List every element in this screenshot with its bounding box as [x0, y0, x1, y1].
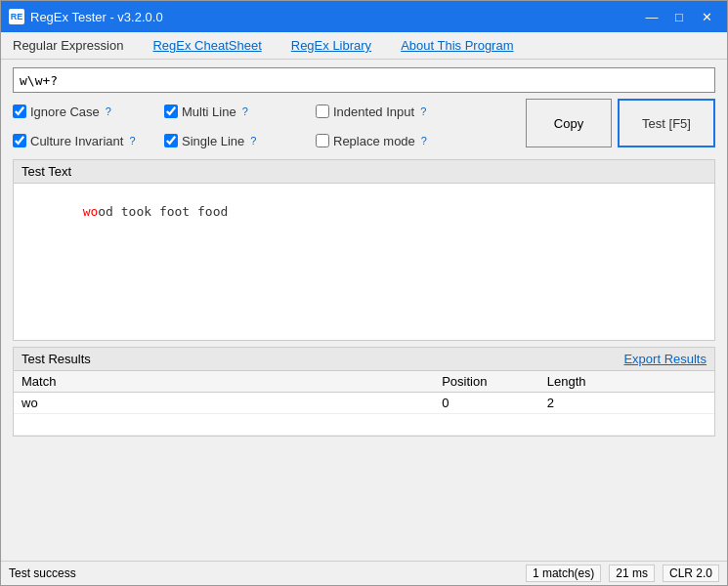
ignore-case-checkbox[interactable] [13, 105, 26, 118]
main-window: RE RegEx Tester - v3.2.0.0 — □ ✕ Regular… [0, 0, 728, 586]
result-extra [644, 393, 714, 414]
options-row-1: Ignore Case ? Multi Line ? Indented Inpu… [13, 99, 518, 124]
indented-input-label: Indented Input [333, 105, 414, 119]
col-extra-header [644, 371, 714, 393]
option-replace-mode: Replace mode ? [316, 134, 467, 148]
matched-text-span: wo [83, 204, 99, 219]
results-section: Test Results Export Results Match Positi… [13, 347, 715, 437]
results-table: Match Position Length wo 0 2 [14, 371, 714, 436]
status-label: Test success [9, 566, 76, 580]
menu-bar: Regular Expression RegEx CheatSheet RegE… [1, 32, 727, 60]
replace-mode-help[interactable]: ? [421, 135, 427, 146]
culture-invariant-label: Culture Invariant [30, 134, 123, 148]
result-position: 0 [434, 393, 539, 414]
option-culture-invariant: Culture Invariant ? [13, 134, 164, 148]
ignore-case-help[interactable]: ? [106, 105, 111, 117]
window-controls: — □ ✕ [639, 6, 719, 27]
main-content: Ignore Case ? Multi Line ? Indented Inpu… [1, 60, 727, 561]
single-line-checkbox[interactable] [164, 134, 178, 147]
results-label: Test Results [21, 352, 91, 366]
menu-regex-label: Regular Expression [13, 38, 123, 53]
window-title: RegEx Tester - v3.2.0.0 [30, 10, 163, 24]
option-multi-line: Multi Line ? [164, 105, 316, 119]
option-single-line: Single Line ? [164, 134, 316, 148]
status-matches: 1 match(es) [526, 565, 601, 582]
multi-line-checkbox[interactable] [164, 105, 178, 118]
menu-library-link[interactable]: RegEx Library [291, 38, 371, 53]
table-row-empty [14, 414, 714, 436]
regex-input[interactable] [13, 67, 715, 93]
multi-line-label: Multi Line [182, 105, 236, 119]
col-match-header: Match [14, 371, 434, 393]
close-button[interactable]: ✕ [694, 6, 719, 27]
col-length-header: Length [539, 371, 645, 393]
copy-button[interactable]: Copy [526, 99, 612, 147]
results-header: Test Results Export Results [14, 348, 714, 371]
result-extra-empty [644, 414, 714, 436]
result-match-empty [14, 414, 434, 436]
test-button[interactable]: Test [F5] [618, 99, 715, 147]
status-bar: Test success 1 match(es) 21 ms CLR 2.0 [1, 561, 727, 585]
options-columns: Ignore Case ? Multi Line ? Indented Inpu… [13, 99, 518, 153]
maximize-button[interactable]: □ [666, 6, 692, 27]
indented-input-checkbox[interactable] [316, 105, 329, 118]
status-time: 21 ms [609, 565, 655, 582]
title-bar: RE RegEx Tester - v3.2.0.0 — □ ✕ [1, 1, 727, 32]
app-icon: RE [9, 9, 24, 24]
option-ignore-case: Ignore Case ? [13, 105, 164, 119]
test-text-header: Test Text [14, 160, 714, 184]
status-right: 1 match(es) 21 ms CLR 2.0 [526, 565, 719, 582]
options-row-2: Culture Invariant ? Single Line ? Replac… [13, 128, 518, 153]
ignore-case-label: Ignore Case [30, 105, 100, 119]
export-results-link[interactable]: Export Results [623, 352, 707, 366]
indented-input-help[interactable]: ? [420, 105, 426, 117]
regex-row [13, 67, 715, 93]
result-match: wo [14, 393, 434, 414]
status-version: CLR 2.0 [663, 565, 719, 582]
replace-mode-checkbox[interactable] [316, 134, 329, 147]
minimize-button[interactable]: — [639, 6, 664, 27]
options-and-buttons: Ignore Case ? Multi Line ? Indented Inpu… [13, 99, 715, 153]
menu-about-link[interactable]: About This Program [401, 38, 513, 53]
result-length: 2 [539, 393, 645, 414]
single-line-help[interactable]: ? [250, 135, 256, 146]
unmatched-text-span: od took foot food [98, 204, 228, 219]
buttons-col: Copy Test [F5] [526, 99, 715, 153]
test-text-display[interactable]: wood took foot food [14, 184, 714, 340]
culture-invariant-help[interactable]: ? [129, 135, 135, 146]
col-position-header: Position [434, 371, 539, 393]
menu-cheatsheet-link[interactable]: RegEx CheatSheet [152, 38, 261, 53]
table-row: wo 0 2 [14, 393, 714, 414]
multi-line-help[interactable]: ? [242, 105, 248, 117]
single-line-label: Single Line [182, 134, 244, 148]
option-indented-input: Indented Input ? [316, 105, 467, 119]
result-length-empty [539, 414, 645, 436]
replace-mode-label: Replace mode [333, 134, 415, 148]
results-table-header-row: Match Position Length [14, 371, 714, 393]
test-text-section: Test Text wood took foot food [13, 159, 715, 341]
culture-invariant-checkbox[interactable] [13, 134, 26, 147]
title-bar-left: RE RegEx Tester - v3.2.0.0 [9, 9, 163, 24]
result-position-empty [434, 414, 539, 436]
